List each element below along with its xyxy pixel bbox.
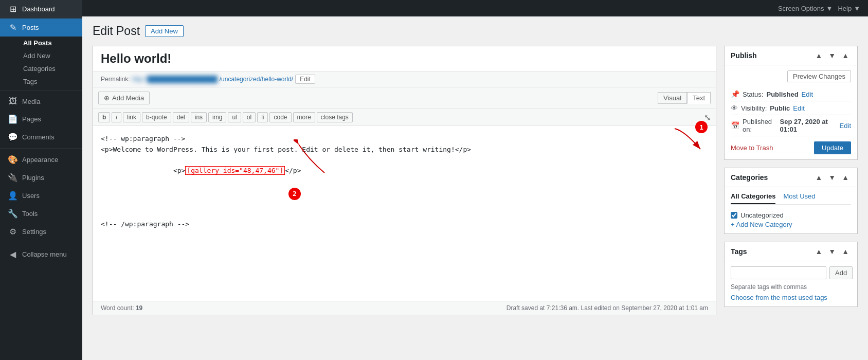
move-to-trash-button[interactable]: Move to Trash: [731, 144, 773, 152]
gallery-shortcode: [gallery ids="48,47,46"]: [185, 166, 285, 175]
publish-panel-header[interactable]: Publish ▲ ▼ ▲: [725, 46, 857, 65]
settings-icon: ⚙: [8, 227, 18, 237]
sidebar-item-settings[interactable]: ⚙ Settings: [0, 223, 82, 241]
fmt-link[interactable]: link: [123, 112, 140, 122]
published-value: Sep 27, 2020 at 01:01: [780, 118, 837, 133]
collapse-icon: ◀: [8, 249, 18, 259]
permalink-edit-button[interactable]: Edit: [295, 75, 315, 84]
fmt-code[interactable]: code: [269, 112, 291, 122]
sidebar-item-comments[interactable]: 💬 Comments: [0, 128, 82, 146]
visibility-edit-link[interactable]: Edit: [793, 104, 804, 112]
sidebar-sub-add-new[interactable]: Add New: [18, 49, 82, 62]
permalink-label: Permalink:: [101, 76, 130, 83]
collapse-label: Collapse menu: [22, 250, 67, 258]
publish-close[interactable]: ▲: [840, 50, 851, 61]
add-new-button[interactable]: Add New: [145, 25, 184, 37]
fmt-close-tags[interactable]: close tags: [317, 112, 353, 122]
category-checkbox-uncategorized[interactable]: [731, 212, 737, 219]
categories-collapse-down[interactable]: ▼: [826, 172, 838, 183]
post-title-input[interactable]: [93, 46, 716, 71]
sidebar-sub-tags[interactable]: Tags: [18, 75, 82, 88]
sidebar-item-plugins[interactable]: 🔌 Plugins: [0, 169, 82, 187]
categories-panel-header[interactable]: Categories ▲ ▼ ▲: [725, 168, 857, 187]
sidebar-pages-label: Pages: [22, 115, 41, 123]
cat-tabs: All Categories Most Used: [731, 192, 851, 205]
fmt-ol[interactable]: ol: [243, 112, 256, 122]
sidebar-settings-label: Settings: [22, 228, 46, 236]
sidebar-sub-all-posts[interactable]: All Posts: [18, 37, 82, 49]
add-new-category-link[interactable]: + Add New Category: [731, 221, 792, 228]
comments-icon: 💬: [8, 132, 18, 142]
tags-panel-title: Tags: [731, 247, 747, 256]
fmt-italic[interactable]: i: [112, 112, 121, 122]
screen-options-button[interactable]: Screen Options ▼: [778, 5, 833, 12]
visibility-label: Visibility:: [741, 104, 767, 112]
fmt-bquote[interactable]: b-quote: [142, 112, 171, 122]
fmt-bold[interactable]: b: [98, 112, 110, 122]
publish-collapse-down[interactable]: ▼: [826, 50, 838, 61]
editor-content[interactable]: <!-- wp:paragraph --> <p>Welcome to Word…: [93, 126, 716, 301]
add-tag-button[interactable]: Add: [829, 266, 853, 279]
screen-options-chevron-icon: ▼: [826, 5, 833, 12]
add-media-button[interactable]: ⊕ Add Media: [98, 92, 150, 104]
sidebar-item-media[interactable]: 🖼 Media: [0, 93, 82, 110]
sidebar-item-pages[interactable]: 📄 Pages: [0, 110, 82, 128]
categories-collapse-up[interactable]: ▲: [813, 172, 824, 183]
sidebar-plugins-label: Plugins: [22, 174, 44, 182]
arrow-2-svg: [294, 139, 335, 175]
fmt-ins[interactable]: ins: [191, 112, 207, 122]
editor-toolbar: ⊕ Add Media Visual Text: [93, 87, 716, 109]
sidebar-dashboard[interactable]: ⊞ Dashboard: [0, 0, 82, 19]
sidebar-item-users[interactable]: 👤 Users: [0, 187, 82, 205]
categories-close[interactable]: ▲: [840, 172, 851, 183]
sidebar-logo-label: Dashboard: [22, 5, 55, 13]
sidebar-item-tools[interactable]: 🔧 Tools: [0, 205, 82, 223]
draft-status: Draft saved at 7:21:36 am. Last edited o…: [507, 304, 708, 312]
fmt-li[interactable]: li: [257, 112, 268, 122]
annotation-2-area: [173, 187, 246, 209]
update-button[interactable]: Update: [814, 141, 851, 154]
tab-text[interactable]: Text: [687, 92, 711, 104]
cat-tab-all[interactable]: All Categories: [731, 192, 775, 204]
published-edit-link[interactable]: Edit: [840, 122, 851, 130]
category-label-uncategorized: Uncategorized: [740, 211, 784, 219]
cat-tab-most-used[interactable]: Most Used: [783, 192, 815, 204]
sidebar-media-label: Media: [22, 98, 40, 105]
sidebar-tools-label: Tools: [22, 210, 38, 218]
tab-visual[interactable]: Visual: [658, 92, 687, 104]
publish-collapse-up[interactable]: ▲: [813, 50, 824, 61]
tags-panel: Tags ▲ ▼ ▲ Add Sepa: [724, 242, 858, 307]
tags-collapse-up[interactable]: ▲: [813, 246, 824, 257]
sidebar-item-posts[interactable]: ✎ Posts: [0, 19, 82, 37]
publish-panel-body: Preview Changes 📌 Status: Published Edit…: [725, 65, 857, 159]
choose-most-used-tags-link[interactable]: Choose from the most used tags: [731, 294, 827, 301]
sidebar-sub-categories[interactable]: Categories: [18, 62, 82, 75]
help-button[interactable]: Help ▼: [838, 5, 860, 12]
published-row: 📅 Published on: Sep 27, 2020 at 01:01 Ed…: [731, 115, 851, 136]
tags-collapse-down[interactable]: ▼: [826, 246, 838, 257]
annotation-circle-2: 2: [288, 188, 301, 200]
fmt-ul[interactable]: ul: [228, 112, 241, 122]
categories-panel-controls: ▲ ▼ ▲: [813, 172, 851, 183]
visibility-row: 👁 Visibility: Public Edit: [731, 101, 851, 115]
sidebar-posts-label: Posts: [22, 24, 39, 31]
dashboard-icon: ⊞: [8, 4, 18, 14]
fmt-del[interactable]: del: [173, 112, 189, 122]
tag-input[interactable]: [731, 266, 826, 279]
sidebar-collapse-menu[interactable]: ◀ Collapse menu: [0, 245, 82, 263]
sidebar-item-appearance[interactable]: 🎨 Appearance: [0, 151, 82, 169]
expand-editor-button[interactable]: ⤡: [704, 113, 711, 122]
page-header: Edit Post Add New: [93, 24, 858, 38]
fmt-img[interactable]: img: [208, 112, 226, 122]
status-icon: 📌: [731, 90, 739, 98]
media-icon: 🖼: [8, 97, 18, 106]
preview-changes-button[interactable]: Preview Changes: [787, 70, 851, 82]
tags-close[interactable]: ▲: [840, 246, 851, 257]
word-count-value: 19: [136, 304, 142, 312]
visibility-icon: 👁: [731, 104, 738, 112]
fmt-more[interactable]: more: [293, 112, 315, 122]
permalink-path[interactable]: /uncategorized/hello-world/: [220, 76, 293, 83]
tags-panel-header[interactable]: Tags ▲ ▼ ▲: [725, 242, 857, 261]
status-edit-link[interactable]: Edit: [802, 91, 813, 98]
published-label: Published on:: [743, 118, 777, 133]
